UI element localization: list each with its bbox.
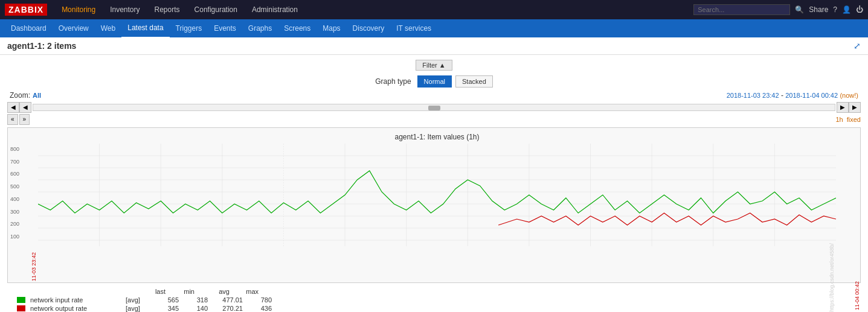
- legend-label-1: network output rate: [30, 305, 121, 312]
- power-icon[interactable]: ⏻: [856, 5, 863, 14]
- y-label-700: 700: [10, 159, 19, 165]
- watermark: https://blog.csdn.net/or458b/: [829, 243, 835, 312]
- top-nav-right: 🔍 Share ? 👤 ⏻: [693, 4, 863, 15]
- legend-avg-1: 270.21: [213, 305, 243, 312]
- page-header: agent1-1: 2 items ⤢: [0, 37, 868, 55]
- sub-navigation: Dashboard Overview Web Latest data Trigg…: [0, 19, 868, 37]
- subnav-graphs[interactable]: Graphs: [242, 19, 278, 37]
- subnav-latest-data[interactable]: Latest data: [121, 19, 169, 38]
- legend-tag-0: [avg]: [126, 296, 150, 304]
- legend-min-1: 140: [184, 305, 208, 312]
- graph-type-controls: Graph type Normal Stacked: [7, 75, 861, 88]
- help-icon[interactable]: ?: [833, 5, 837, 14]
- double-right-area: 1h fixed: [836, 116, 861, 123]
- y-label-400: 400: [10, 196, 19, 202]
- nav-arrows-row: ◀ ◀ ▶ ▶: [7, 102, 861, 113]
- zabbix-logo: ZABBIX: [5, 4, 47, 16]
- legend-label-0: network input rate: [30, 296, 121, 304]
- red-line: [498, 213, 836, 225]
- graph-type-normal-button[interactable]: Normal: [417, 75, 452, 88]
- filter-bar: Filter ▲: [7, 60, 861, 71]
- zoom-controls: Zoom: All: [10, 91, 41, 100]
- subnav-triggers[interactable]: Triggers: [170, 19, 208, 37]
- subnav-it-services[interactable]: IT services: [390, 19, 437, 37]
- search-icon[interactable]: 🔍: [795, 5, 804, 14]
- legend-item-1: network output rate [avg] 345 140 270.21…: [7, 305, 861, 312]
- x-label-start: 11-03 23:42: [31, 252, 37, 281]
- chart-svg-wrapper: [38, 144, 836, 246]
- y-label-200: 200: [10, 221, 19, 227]
- top-nav-items: Monitoring Inventory Reports Configurati…: [54, 0, 693, 19]
- legend-col-last: last: [141, 288, 166, 295]
- legend-item-0: network input rate [avg] 565 318 477.01 …: [7, 296, 861, 304]
- legend-col-avg: avg: [199, 288, 230, 295]
- date-from[interactable]: 2018-11-03 23:42: [727, 92, 779, 99]
- y-label-800: 800: [10, 146, 19, 152]
- scroll-right-button[interactable]: ▶: [837, 102, 849, 113]
- date-range: 2018-11-03 23:42 - 2018-11-04 00:42 (now…: [727, 91, 858, 100]
- top-navigation: ZABBIX Monitoring Inventory Reports Conf…: [0, 0, 868, 19]
- scroll-left-small-button[interactable]: ◀: [19, 102, 31, 113]
- chart-title: agent1-1: Item values (1h): [38, 133, 836, 141]
- nav-reports[interactable]: Reports: [147, 0, 187, 19]
- subnav-screens[interactable]: Screens: [278, 19, 317, 37]
- legend-area: last min avg max network input rate [avg…: [7, 285, 861, 312]
- legend-last-0: 565: [155, 296, 179, 304]
- y-label-600: 600: [10, 171, 19, 177]
- y-label-300: 300: [10, 209, 19, 215]
- filter-toggle-button[interactable]: Filter ▲: [416, 60, 452, 71]
- y-label-500: 500: [10, 183, 19, 189]
- legend-avg-0: 477.01: [213, 296, 243, 304]
- chart-container: agent1-1: Item values (1h): [7, 127, 861, 283]
- legend-max-1: 436: [248, 305, 272, 312]
- double-arrows-row: « » 1h fixed: [7, 114, 861, 125]
- nav-administration[interactable]: Administration: [245, 0, 305, 19]
- legend-header-spacer2: [112, 288, 137, 295]
- nav-configuration[interactable]: Configuration: [187, 0, 245, 19]
- content-area: Filter ▲ Graph type Normal Stacked Zoom:…: [0, 55, 868, 312]
- legend-header-row: last min avg max: [7, 288, 861, 295]
- subnav-dashboard[interactable]: Dashboard: [5, 19, 53, 37]
- scroll-left-button[interactable]: ◀: [7, 102, 19, 113]
- subnav-discovery[interactable]: Discovery: [347, 19, 391, 37]
- graph-type-label: Graph type: [375, 77, 411, 86]
- slider-handle[interactable]: [428, 106, 440, 110]
- legend-tag-1: [avg]: [126, 305, 150, 312]
- period-label: 1h: [836, 116, 843, 123]
- share-button[interactable]: Share: [809, 5, 828, 14]
- legend-max-0: 780: [248, 296, 272, 304]
- nav-inventory[interactable]: Inventory: [103, 0, 147, 19]
- zoom-out-left-button[interactable]: «: [7, 114, 18, 125]
- chart-svg: [38, 144, 836, 246]
- date-now: (now!): [840, 92, 858, 99]
- x-label-end: 11-04 00:42: [854, 281, 860, 310]
- legend-color-green: [17, 297, 25, 303]
- double-left-arrows: « »: [7, 114, 30, 125]
- subnav-overview[interactable]: Overview: [53, 19, 95, 37]
- search-input[interactable]: [693, 4, 790, 15]
- graph-type-stacked-button[interactable]: Stacked: [455, 75, 493, 88]
- legend-col-max: max: [234, 288, 259, 295]
- legend-header-spacer: [17, 288, 108, 295]
- zoom-label: Zoom:: [10, 91, 30, 100]
- subnav-web[interactable]: Web: [95, 19, 121, 37]
- y-label-100: 100: [10, 234, 19, 240]
- subnav-events[interactable]: Events: [208, 19, 242, 37]
- legend-col-min: min: [170, 288, 194, 295]
- scroll-right-end-button[interactable]: ▶: [849, 102, 861, 113]
- zoom-in-left-button[interactable]: »: [19, 114, 30, 125]
- expand-icon[interactable]: ⤢: [854, 41, 861, 51]
- user-icon[interactable]: 👤: [842, 5, 851, 14]
- page-title: agent1-1: 2 items: [7, 41, 76, 51]
- zoom-all[interactable]: All: [33, 92, 41, 99]
- legend-color-red: [17, 305, 25, 311]
- date-to[interactable]: 2018-11-04 00:42: [785, 92, 838, 99]
- nav-monitoring[interactable]: Monitoring: [54, 0, 103, 19]
- fixed-label: fixed: [847, 116, 861, 123]
- legend-last-1: 345: [155, 305, 179, 312]
- subnav-maps[interactable]: Maps: [317, 19, 346, 37]
- legend-min-0: 318: [184, 296, 208, 304]
- time-slider[interactable]: [33, 104, 835, 111]
- zoom-row: Zoom: All 2018-11-03 23:42 - 2018-11-04 …: [7, 91, 861, 100]
